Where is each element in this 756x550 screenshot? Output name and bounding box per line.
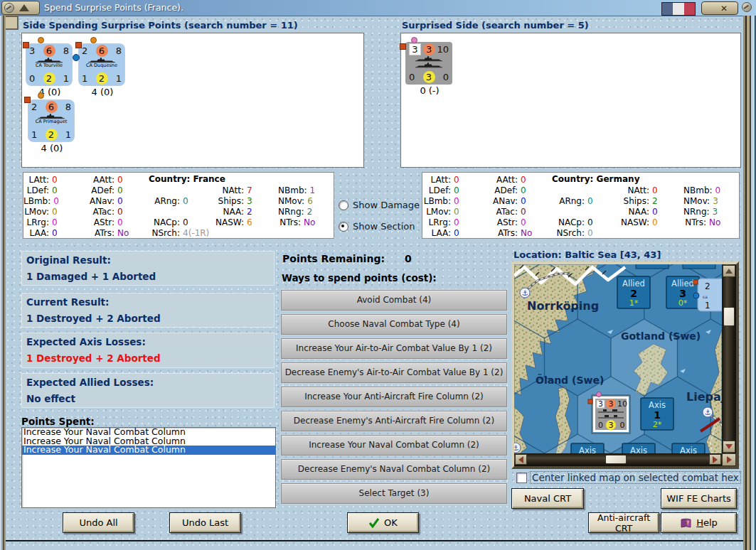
spend-button-increase-your-air-to-air-combat-value-by-1-2[interactable]: Increase Your Air-to-Air Combat Value By…: [281, 338, 507, 359]
help-button[interactable]: ? Help: [661, 512, 737, 533]
stack-box-axis-2[interactable]: Axis2: [571, 443, 604, 453]
stat-value: No: [709, 217, 740, 227]
stat-key: NBmb:: [683, 185, 713, 195]
stat-nsrch: NSrch:4(-1R): [149, 227, 214, 238]
expected-allied-losses-box: Expected Allied Losses: No effect: [21, 373, 275, 408]
counter-defense-circle: 2: [43, 72, 55, 85]
linked-map-view[interactable]: ⚓ ⚓ ⚓ NorrköpingGotland (Swe)Öland (Swe)…: [514, 264, 722, 453]
spending-side-title: Side Spending Surprise Points (search nu…: [23, 20, 298, 31]
spend-button-avoid-combat-4[interactable]: Avoid Combat (4): [281, 290, 507, 311]
unit-counter-ca-primaguet[interactable]: 268CA Primaguet1214 (0): [28, 100, 75, 153]
counter-strength-label: 4 (0): [28, 143, 75, 153]
stack-box-partial[interactable]: [636, 264, 669, 269]
center-map-checkbox-row[interactable]: Center linked map on selected combat hex: [516, 472, 740, 483]
stack-box-partial[interactable]: [683, 264, 715, 269]
points-spent-list[interactable]: Increase Your Naval Combat ColumnIncreas…: [21, 427, 276, 508]
spend-button-increase-your-naval-combat-column-2[interactable]: Increase Your Naval Combat Column (2): [281, 435, 507, 455]
points-remaining-label: Points Remaining:: [282, 253, 385, 264]
radio-button-icon[interactable]: [339, 200, 348, 210]
ship-name: CA Duquesne: [79, 63, 124, 68]
naval-crt-button[interactable]: Naval CRT: [511, 488, 584, 509]
country-label: Country: France: [149, 174, 335, 185]
stat-key: NAA:: [619, 207, 649, 217]
center-map-checkbox[interactable]: [516, 473, 527, 483]
stat-nrng: NRng:3: [683, 206, 740, 217]
close-button[interactable]: ✕: [701, 1, 738, 15]
unit-counter-ca-duquesne[interactable]: 268CA Duquesne1214 (0): [79, 44, 126, 97]
stat-key: NAtt:: [619, 185, 649, 195]
stat-key: NBmb:: [278, 185, 307, 195]
undo-last-button[interactable]: Undo Last: [169, 512, 241, 533]
stat-key: NAA:: [214, 207, 244, 217]
stack-box-allied-2[interactable]: Allied21*: [617, 276, 650, 308]
stat-key: ATac:: [83, 207, 115, 217]
map-selected-counter[interactable]: 3310030: [588, 392, 630, 434]
stat-key: LBmb:: [23, 196, 50, 206]
points-spent-item[interactable]: Increase Your Naval Combat Column: [22, 446, 275, 455]
system-menu-button[interactable]: [1, 1, 40, 15]
stat-nmov: NMov:6: [278, 195, 335, 206]
stat-key: AStr:: [485, 217, 518, 227]
stat-value: 0: [53, 196, 83, 206]
spend-button-decrease-enemy-s-air-to-air-combat-value-by-1-2[interactable]: Decrease Enemy's Air-to-Air Combat Value…: [281, 362, 507, 383]
points-spent-label: Points Spent:: [21, 416, 95, 427]
stat-latt: LAtt:0: [422, 174, 485, 185]
undo-all-button[interactable]: Undo All: [63, 512, 134, 533]
stat-nasw: NASW:0: [619, 217, 683, 227]
scroll-up-button[interactable]: [723, 265, 735, 277]
spend-button-select-target-3[interactable]: Select Target (3): [281, 483, 507, 504]
svg-text:⚓: ⚓: [514, 444, 519, 452]
stat-ldef: LDef:0: [23, 185, 83, 195]
scroll-down-button[interactable]: [723, 441, 735, 453]
spend-button-choose-naval-combat-type-4[interactable]: Choose Naval Combat Type (4): [281, 314, 507, 335]
stat-value: 0: [117, 217, 149, 227]
stat-key: NTrs:: [278, 217, 301, 227]
ok-button[interactable]: OK: [347, 512, 419, 533]
stat-key: ADef:: [485, 185, 518, 195]
horizontal-scroll-thumb[interactable]: [605, 455, 627, 464]
svg-text:3: 3: [609, 399, 614, 409]
stat-key: AAtt:: [83, 175, 115, 185]
help-book-icon: ?: [680, 518, 692, 528]
stack-box-axis-4[interactable]: Axis4: [672, 443, 705, 453]
unit-counter-ca-tourville[interactable]: 368CA Tourville0214 (0): [26, 44, 73, 97]
radio-show-section[interactable]: Show Section: [339, 221, 415, 232]
radio-button-icon[interactable]: [339, 222, 348, 232]
map-vertical-scrollbar[interactable]: [722, 264, 736, 453]
location-label: Location: Baltic Sea [43, 43]: [513, 249, 661, 260]
ok-button-label: OK: [384, 517, 398, 528]
spend-button-decrease-enemy-s-anti-aircraft-fire-column-2[interactable]: Decrease Enemy's Anti-Aircraft Fire Colu…: [281, 411, 507, 431]
france-flag-icon: [661, 2, 696, 16]
stat-nmov: NMov:3: [683, 195, 740, 206]
spend-button-decrease-enemy-s-naval-combat-column-2[interactable]: Decrease Enemy's Naval Combat Column (2): [281, 459, 507, 480]
svg-text:Axis: Axis: [680, 446, 697, 453]
radio-show-damage[interactable]: Show Damage: [339, 200, 420, 210]
wif-fe-charts-button[interactable]: WIF FE Charts: [661, 488, 737, 509]
stat-key: Ships:: [619, 196, 649, 206]
map-edge-counter[interactable]: 21ca: [693, 279, 722, 311]
square-marker-icon: [23, 42, 29, 48]
scrollbar-corner: [722, 453, 736, 466]
stat-key: LAtt:: [422, 175, 451, 185]
stat-value: No: [304, 217, 335, 227]
stack-box-axis-3[interactable]: Axis3: [622, 443, 655, 453]
expected-axis-losses-box: Expected Axis Losses: 1 Destroyed + 2 Ab…: [21, 333, 275, 368]
anti-aircraft-crt-button[interactable]: Anti-aircraft CRT: [588, 512, 659, 533]
title-bar[interactable]: Spend Surprise Points (France). ✕: [0, 0, 756, 16]
ship-name: CA Primaguet: [28, 119, 74, 124]
stat-value: 1: [310, 185, 335, 195]
stat-value: 0: [52, 175, 83, 185]
unit-counter[interactable]: 33100300 (-): [406, 43, 453, 96]
right-arrow-icon: [727, 456, 732, 463]
svg-text:Allied: Allied: [622, 279, 645, 289]
scroll-left-button[interactable]: [515, 454, 527, 465]
stack-box-axis-1[interactable]: Axis12*: [641, 398, 674, 430]
svg-text:0: 0: [598, 421, 603, 430]
spend-button-increase-your-anti-aircraft-fire-column-2[interactable]: Increase Your Anti-Aircraft Fire Column …: [281, 387, 507, 407]
vertical-scroll-thumb[interactable]: [723, 307, 735, 326]
stat-value: 0: [52, 228, 83, 238]
map-horizontal-scrollbar[interactable]: [514, 453, 722, 466]
counter-value: 0: [409, 72, 415, 82]
scroll-right-button[interactable]: [709, 454, 721, 465]
map-frame: ⚓ ⚓ ⚓ NorrköpingGotland (Swe)Öland (Swe)…: [511, 261, 739, 469]
